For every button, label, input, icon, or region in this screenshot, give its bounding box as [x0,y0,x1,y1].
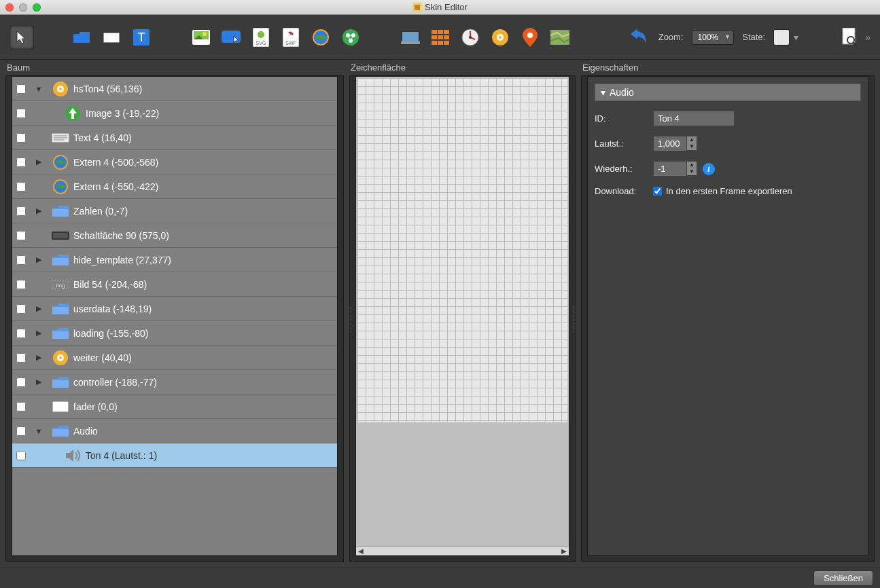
image-tool-button[interactable] [189,25,213,50]
tree-row[interactable]: ▶hide_template (27,377) [12,248,337,272]
svg-point-10 [258,31,264,38]
info-icon[interactable]: i [703,163,715,175]
expander-icon[interactable]: ▶ [34,304,43,313]
visibility-checkbox[interactable] [16,109,26,118]
tree-row[interactable]: Text 4 (16,40) [12,126,337,150]
tree-row[interactable]: Ton 4 (Lautst.: 1) [12,443,337,468]
svg-rect-25 [444,30,449,34]
tree-row[interactable]: Image 3 (-19,-22) [12,101,337,126]
state-dropdown-icon[interactable]: ▾ [794,32,798,43]
download-checkbox-input[interactable] [653,187,662,196]
visibility-checkbox[interactable] [16,84,26,94]
svg-rect-22 [401,41,420,44]
visibility-checkbox[interactable] [16,158,26,167]
tree-item-label: weiter (40,40) [73,352,132,363]
svg-line-41 [853,43,857,46]
expander-icon[interactable]: ▼ [34,85,43,93]
visibility-checkbox[interactable] [16,402,26,411]
search-button[interactable] [837,25,861,50]
visibility-checkbox[interactable] [16,451,26,460]
tree-row[interactable]: ▼hsTon4 (56,136) [12,77,337,101]
container-tool-button[interactable] [69,25,94,50]
text-tool-button[interactable]: T [129,25,154,50]
id-input[interactable] [653,111,735,126]
image-wf-icon: img [52,276,69,293]
main-area: Baum ▼hsTon4 (56,136)Image 3 (-19,-22)Te… [0,60,880,568]
seekbar-tool-button[interactable] [428,25,453,50]
marker-template-button[interactable] [518,25,542,50]
expander-icon[interactable]: ▼ [34,427,43,435]
zoom-dropdown[interactable]: 100% [692,30,735,45]
video-tool-button[interactable] [398,25,423,50]
tree-item-label: loading (-155,-80) [73,328,149,339]
canvas-grid[interactable] [357,78,567,422]
nodemarker-tool-button[interactable] [338,25,363,50]
svg-tool-button[interactable]: SVG [249,25,273,50]
folder-icon [52,251,69,269]
splitter-right[interactable] [573,306,577,333]
visibility-checkbox[interactable] [16,329,26,338]
pointer-tool-button[interactable] [10,25,34,50]
tree-row[interactable]: ▼Audio [12,419,337,443]
visibility-checkbox[interactable] [16,378,26,387]
visibility-checkbox[interactable] [16,231,26,240]
visibility-checkbox[interactable] [16,133,26,143]
tree-row[interactable]: ▶Zahlen (0,-7) [12,199,337,223]
svg-rect-31 [444,41,449,45]
expander-icon[interactable]: ▶ [34,329,43,337]
svg-text:SWF: SWF [285,41,296,45]
canvas[interactable]: ◀ ▶ [355,76,569,556]
close-button[interactable]: Schließen [813,570,873,586]
image-green-icon [64,105,82,122]
tree-row[interactable]: Schaltfäche 90 (575,0) [12,223,337,248]
visibility-checkbox[interactable] [16,206,26,216]
expander-icon[interactable]: ▶ [34,378,43,386]
hotspot-template-button[interactable] [488,25,512,50]
tree-row[interactable]: ▶loading (-155,-80) [12,321,337,346]
map-tool-button[interactable] [548,25,572,50]
swf-tool-button[interactable]: SWF [279,25,303,50]
properties-panel: ▾ Audio ID: Lautst.: ▲▼ Wiederh.: [587,76,868,556]
expander-icon[interactable]: ▶ [34,206,43,215]
repeat-input[interactable] [653,161,687,177]
horizontal-scrollbar[interactable]: ◀ ▶ [356,546,569,555]
button-tool-button[interactable] [219,25,243,50]
tree-row[interactable]: Extern 4 (-550,-422) [12,174,337,199]
tree-row[interactable]: ▶controller (-188,-77) [12,370,337,394]
scroll-left-icon[interactable]: ◀ [356,547,366,555]
tree-row[interactable]: imgBild 54 (-204,-68) [12,272,337,297]
visibility-checkbox[interactable] [16,426,26,436]
visibility-checkbox[interactable] [16,353,26,363]
visibility-checkbox[interactable] [16,182,26,191]
tree-row[interactable]: ▶userdata (-148,19) [12,297,337,321]
visibility-checkbox[interactable] [16,255,26,265]
volume-spinner[interactable]: ▲▼ [687,136,697,151]
timer-tool-button[interactable] [458,25,482,50]
tree-row[interactable]: ▶Extern 4 (-500,-568) [12,150,337,174]
download-checkbox[interactable]: In den ersten Frame exportieren [653,186,792,196]
expander-icon[interactable]: ▶ [34,353,43,362]
expander-icon[interactable]: ▶ [34,255,43,264]
svg-point-37 [527,33,533,38]
audio-section-header[interactable]: ▾ Audio [595,84,861,101]
expander-icon[interactable]: ▶ [34,158,43,166]
svg-rect-57 [52,258,69,265]
visibility-checkbox[interactable] [16,280,26,289]
rectangle-tool-button[interactable] [99,25,124,50]
tree-item-label: Extern 4 (-550,-422) [73,181,158,192]
tree-view[interactable]: ▼hsTon4 (56,136)Image 3 (-19,-22)Text 4 … [12,76,338,556]
visibility-checkbox[interactable] [16,304,26,314]
state-color-button[interactable] [773,29,790,45]
external-tool-button[interactable] [309,25,333,50]
canvas-empty-area [356,424,569,546]
splitter-left[interactable] [348,306,352,333]
toolbar-overflow-icon[interactable]: » [865,32,870,43]
volume-input[interactable] [653,136,687,151]
tree-row[interactable]: ▶weiter (40,40) [12,346,337,370]
undo-button[interactable] [626,25,650,50]
repeat-spinner[interactable]: ▲▼ [687,161,697,177]
tree-row[interactable]: fader (0,0) [12,394,337,419]
folder-icon [52,202,69,220]
svg-rect-61 [52,331,69,339]
scroll-right-icon[interactable]: ▶ [559,547,569,555]
